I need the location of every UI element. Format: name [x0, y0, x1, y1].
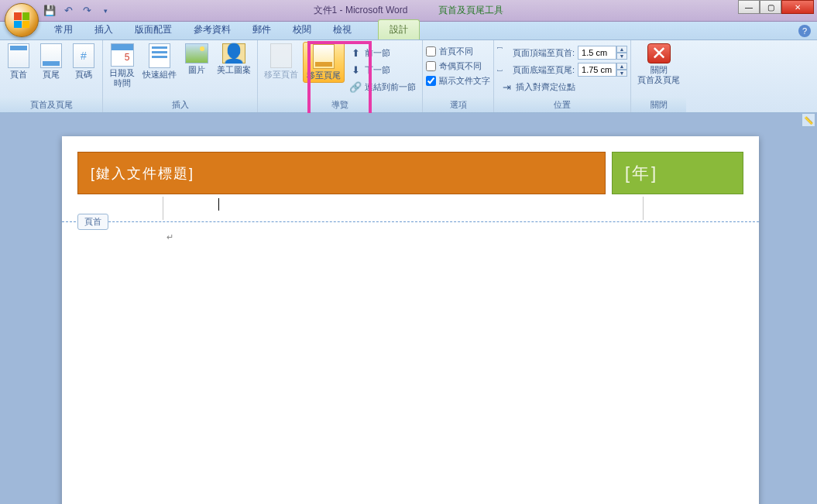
header-year-placeholder[interactable]: [年]	[612, 152, 743, 194]
group-label-insert: 插入	[103, 98, 257, 112]
group-insert: 5 日期及 時間 快速組件 圖片 👤 美工圖案 插入	[103, 40, 258, 112]
goto-header-button: 移至頁首	[261, 42, 301, 81]
ruler-toggle-icon[interactable]: 📏	[802, 113, 815, 127]
previous-section-button[interactable]: ⬆前一節	[346, 45, 419, 60]
tab-layout[interactable]: 版面配置	[124, 20, 183, 39]
tab-insert[interactable]: 插入	[84, 20, 124, 39]
group-label-hf: 頁首及頁尾	[0, 98, 102, 112]
header-top-input[interactable]	[578, 46, 616, 60]
next-section-button[interactable]: ⬇下一節	[346, 62, 419, 77]
show-document-text-checkbox[interactable]: 顯示文件文字	[426, 74, 490, 87]
close-button[interactable]: ✕	[781, 0, 814, 14]
group-options: 首頁不同 奇偶頁不同 顯示文件文字 選項	[423, 40, 494, 112]
spin-down-icon[interactable]: ▼	[616, 70, 627, 77]
footer-label: 頁尾	[43, 70, 60, 80]
tab-references[interactable]: 參考資料	[183, 20, 242, 39]
header-label: 頁首	[10, 70, 27, 80]
picture-button[interactable]: 圖片	[181, 42, 212, 77]
header-boundary-line	[62, 221, 759, 222]
pagenum-label: 頁碼	[75, 70, 92, 80]
tab-view[interactable]: 檢視	[322, 20, 362, 39]
picture-icon	[185, 43, 208, 63]
quickparts-label: 快速組件	[142, 70, 177, 80]
next-label: 下一節	[365, 64, 390, 76]
bottom-distance-icon: ⎵	[497, 63, 510, 76]
group-label-nav: 導覽	[258, 98, 422, 112]
group-position: ⎴ 頁面頂端至頁首: ▲▼ ⎵ 頁面底端至頁尾: ▲▼ ⇥插入對齊定位點	[494, 40, 631, 112]
next-icon: ⬇	[349, 63, 362, 76]
tab-design[interactable]: 設計	[378, 19, 420, 39]
calendar-icon: 5	[111, 43, 134, 67]
quickparts-button[interactable]: 快速組件	[139, 42, 180, 81]
margin-guide-left	[163, 197, 163, 220]
footer-icon	[40, 43, 62, 68]
diff-first-input[interactable]	[426, 46, 436, 57]
datetime-button[interactable]: 5 日期及 時間	[106, 42, 138, 90]
header-title-placeholder[interactable]: [鍵入文件標題]	[77, 152, 606, 194]
quick-access-toolbar: 💾 ↶ ↷ ▾	[43, 5, 112, 17]
close-header-footer-button[interactable]: ✕ 關閉 頁首及頁尾	[634, 42, 683, 87]
prev-icon: ⬆	[349, 46, 362, 59]
diff-oddeven-label: 奇偶頁不同	[439, 60, 482, 72]
pagenum-icon: #	[73, 43, 94, 68]
top-distance-icon: ⎴	[497, 46, 510, 59]
page-number-button[interactable]: # 頁碼	[68, 42, 99, 81]
header-from-top-row: ⎴ 頁面頂端至頁首: ▲▼	[497, 45, 627, 60]
header-top-spinner[interactable]: ▲▼	[578, 46, 627, 60]
header-button[interactable]: 頁首	[3, 42, 34, 81]
insert-alignment-tab-button[interactable]: ⇥插入對齊定位點	[497, 79, 627, 94]
group-label-position: 位置	[494, 98, 630, 112]
group-label-options: 選項	[423, 98, 493, 112]
group-header-footer: 頁首 頁尾 # 頁碼 頁首及頁尾	[0, 40, 103, 112]
undo-icon[interactable]: ↶	[62, 5, 74, 17]
document-title: 文件1 - Microsoft Word	[314, 4, 408, 17]
maximize-button[interactable]: ▢	[760, 0, 781, 14]
tab-review[interactable]: 校閱	[282, 20, 322, 39]
tab-home[interactable]: 常用	[43, 20, 84, 39]
spin-up-icon[interactable]: ▲	[616, 63, 627, 70]
header-icon	[8, 43, 29, 68]
redo-icon[interactable]: ↷	[81, 5, 93, 17]
footer-bottom-spinner[interactable]: ▲▼	[578, 63, 627, 77]
diff-first-label: 首頁不同	[439, 46, 473, 57]
window-controls: — ▢ ✕	[738, 0, 814, 14]
prev-label: 前一節	[365, 47, 390, 59]
link-previous-button: 🔗連結到前一節	[346, 79, 419, 94]
align-tab-icon: ⇥	[500, 81, 513, 93]
help-icon[interactable]: ?	[798, 25, 811, 37]
paragraph-mark: ↵	[166, 232, 173, 242]
header-content[interactable]: [鍵入文件標題] [年]	[77, 152, 743, 194]
window-title: 文件1 - Microsoft Word 頁首及頁尾工具	[314, 4, 504, 17]
goto-footer-button[interactable]: 移至頁尾	[303, 42, 345, 83]
qat-dropdown-icon[interactable]: ▾	[99, 5, 112, 17]
margin-guide-right	[643, 197, 644, 220]
bottom-distance-label: 頁面底端至頁尾:	[513, 64, 575, 76]
spin-down-icon[interactable]: ▼	[616, 53, 627, 60]
context-tool-title: 頁首及頁尾工具	[438, 4, 503, 17]
office-button[interactable]	[5, 3, 39, 37]
group-label-close: 關閉	[631, 98, 686, 112]
show-doc-input[interactable]	[426, 76, 436, 86]
group-navigation: 移至頁首 移至頁尾 ⬆前一節 ⬇下一節 🔗連結到前一節 導覽	[258, 40, 423, 112]
save-icon[interactable]: 💾	[43, 5, 56, 17]
goto-header-icon	[270, 43, 292, 68]
diff-oddeven-input[interactable]	[426, 61, 436, 71]
tab-mailings[interactable]: 郵件	[242, 20, 282, 39]
goto-footer-label: 移至頁尾	[307, 70, 341, 81]
link-label: 連結到前一節	[365, 81, 416, 93]
spin-up-icon[interactable]: ▲	[616, 46, 627, 53]
goto-header-label: 移至頁首	[264, 70, 298, 80]
picture-label: 圖片	[188, 65, 205, 75]
page[interactable]: [鍵入文件標題] [年] 頁首 ↵	[62, 136, 759, 504]
different-first-page-checkbox[interactable]: 首頁不同	[426, 45, 490, 58]
datetime-label: 日期及 時間	[109, 68, 135, 88]
footer-button[interactable]: 頁尾	[36, 42, 67, 81]
link-icon: 🔗	[349, 81, 362, 93]
minimize-button[interactable]: —	[738, 0, 760, 14]
show-doc-label: 顯示文件文字	[439, 75, 490, 87]
text-cursor	[218, 198, 219, 211]
different-odd-even-checkbox[interactable]: 奇偶頁不同	[426, 60, 490, 73]
clipart-button[interactable]: 👤 美工圖案	[214, 42, 254, 77]
title-bar: 💾 ↶ ↷ ▾ 文件1 - Microsoft Word 頁首及頁尾工具 — ▢…	[0, 0, 817, 22]
footer-bottom-input[interactable]	[578, 63, 616, 77]
